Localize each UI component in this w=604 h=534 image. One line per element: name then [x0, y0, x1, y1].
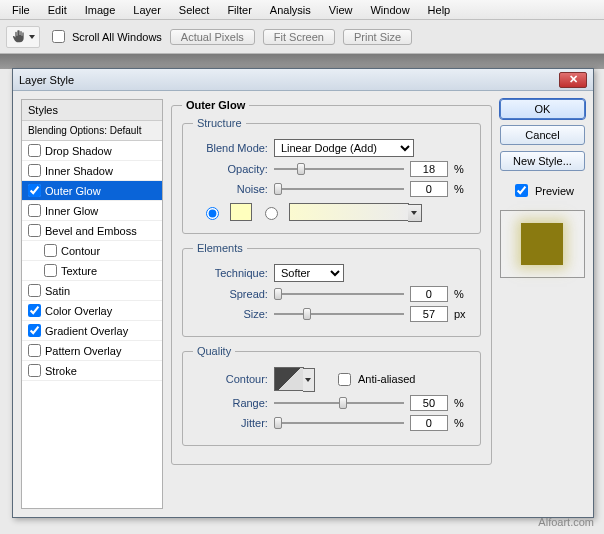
size-slider[interactable] — [274, 307, 404, 321]
dialog-titlebar[interactable]: Layer Style ✕ — [13, 69, 593, 91]
range-value[interactable]: 50 — [410, 395, 448, 411]
blend-mode-label: Blend Mode: — [193, 142, 268, 154]
size-unit: px — [454, 308, 470, 320]
style-item-label: Drop Shadow — [45, 145, 112, 157]
style-item-outer-glow[interactable]: Outer Glow — [22, 181, 162, 201]
style-checkbox[interactable] — [28, 344, 41, 357]
style-item-inner-shadow[interactable]: Inner Shadow — [22, 161, 162, 181]
style-checkbox[interactable] — [28, 224, 41, 237]
menu-layer[interactable]: Layer — [125, 2, 169, 18]
blend-mode-select[interactable]: Linear Dodge (Add) — [274, 139, 414, 157]
hand-tool[interactable] — [6, 26, 40, 48]
structure-legend: Structure — [193, 117, 246, 129]
style-item-label: Contour — [61, 245, 100, 257]
menu-analysis[interactable]: Analysis — [262, 2, 319, 18]
style-item-pattern-overlay[interactable]: Pattern Overlay — [22, 341, 162, 361]
effect-settings-panel: Outer Glow Structure Blend Mode: Linear … — [171, 99, 492, 509]
technique-label: Technique: — [193, 267, 268, 279]
style-item-drop-shadow[interactable]: Drop Shadow — [22, 141, 162, 161]
style-checkbox[interactable] — [28, 144, 41, 157]
technique-select[interactable]: Softer — [274, 264, 344, 282]
jitter-slider[interactable] — [274, 416, 404, 430]
opacity-value[interactable]: 18 — [410, 161, 448, 177]
style-checkbox[interactable] — [44, 264, 57, 277]
style-checkbox[interactable] — [28, 284, 41, 297]
style-item-satin[interactable]: Satin — [22, 281, 162, 301]
style-item-label: Color Overlay — [45, 305, 112, 317]
scroll-all-windows-checkbox[interactable]: Scroll All Windows — [48, 27, 162, 46]
close-button[interactable]: ✕ — [559, 72, 587, 88]
anti-aliased-checkbox[interactable]: Anti-aliased — [334, 370, 415, 389]
style-checkbox[interactable] — [28, 324, 41, 337]
close-icon: ✕ — [569, 73, 578, 86]
menu-help[interactable]: Help — [420, 2, 459, 18]
style-item-stroke[interactable]: Stroke — [22, 361, 162, 381]
noise-value[interactable]: 0 — [410, 181, 448, 197]
style-item-contour[interactable]: Contour — [22, 241, 162, 261]
style-checkbox[interactable] — [28, 184, 41, 197]
style-item-label: Satin — [45, 285, 70, 297]
noise-slider[interactable] — [274, 182, 404, 196]
opacity-unit: % — [454, 163, 470, 175]
style-checkbox[interactable] — [28, 164, 41, 177]
ok-button[interactable]: OK — [500, 99, 585, 119]
style-item-color-overlay[interactable]: Color Overlay — [22, 301, 162, 321]
print-size-button[interactable]: Print Size — [343, 29, 412, 45]
preview-cb[interactable] — [515, 184, 528, 197]
menu-window[interactable]: Window — [362, 2, 417, 18]
elements-legend: Elements — [193, 242, 247, 254]
jitter-value[interactable]: 0 — [410, 415, 448, 431]
style-item-label: Texture — [61, 265, 97, 277]
options-bar: Scroll All Windows Actual Pixels Fit Scr… — [0, 20, 604, 54]
range-slider[interactable] — [274, 396, 404, 410]
preview-label: Preview — [535, 185, 574, 197]
scroll-all-checkbox[interactable] — [52, 30, 65, 43]
menu-file[interactable]: File — [4, 2, 38, 18]
menubar: File Edit Image Layer Select Filter Anal… — [0, 0, 604, 20]
glow-color-swatch[interactable] — [230, 203, 252, 221]
dialog-actions: OK Cancel New Style... Preview — [500, 99, 585, 509]
spread-value[interactable]: 0 — [410, 286, 448, 302]
menu-select[interactable]: Select — [171, 2, 218, 18]
glow-gradient-bar[interactable] — [289, 203, 409, 221]
styles-header[interactable]: Styles — [22, 100, 162, 121]
range-label: Range: — [193, 397, 268, 409]
menu-filter[interactable]: Filter — [219, 2, 259, 18]
hand-icon — [11, 29, 27, 45]
style-checkbox[interactable] — [44, 244, 57, 257]
fit-screen-button[interactable]: Fit Screen — [263, 29, 335, 45]
style-item-label: Bevel and Emboss — [45, 225, 137, 237]
preview-checkbox[interactable]: Preview — [500, 181, 585, 200]
size-value[interactable]: 57 — [410, 306, 448, 322]
chevron-down-icon — [305, 378, 311, 382]
style-checkbox[interactable] — [28, 204, 41, 217]
quality-group: Quality Contour: Anti-aliased — [182, 345, 481, 446]
style-item-bevel-and-emboss[interactable]: Bevel and Emboss — [22, 221, 162, 241]
cancel-button[interactable]: Cancel — [500, 125, 585, 145]
style-item-texture[interactable]: Texture — [22, 261, 162, 281]
style-item-inner-glow[interactable]: Inner Glow — [22, 201, 162, 221]
style-item-label: Stroke — [45, 365, 77, 377]
glow-gradient-radio[interactable] — [265, 207, 278, 220]
contour-label: Contour: — [193, 373, 268, 385]
new-style-button[interactable]: New Style... — [500, 151, 585, 171]
opacity-slider[interactable] — [274, 162, 404, 176]
menu-edit[interactable]: Edit — [40, 2, 75, 18]
gradient-dropdown[interactable] — [408, 204, 422, 222]
jitter-label: Jitter: — [193, 417, 268, 429]
style-checkbox[interactable] — [28, 364, 41, 377]
contour-dropdown[interactable] — [303, 368, 315, 392]
glow-color-radio[interactable] — [206, 207, 219, 220]
actual-pixels-button[interactable]: Actual Pixels — [170, 29, 255, 45]
aa-checkbox[interactable] — [338, 373, 351, 386]
spread-slider[interactable] — [274, 287, 404, 301]
blending-options-item[interactable]: Blending Options: Default — [22, 121, 162, 141]
noise-label: Noise: — [193, 183, 268, 195]
contour-picker[interactable] — [274, 367, 304, 391]
style-item-label: Outer Glow — [45, 185, 101, 197]
menu-view[interactable]: View — [321, 2, 361, 18]
menu-image[interactable]: Image — [77, 2, 124, 18]
style-checkbox[interactable] — [28, 304, 41, 317]
panel-title: Outer Glow — [182, 99, 249, 111]
style-item-gradient-overlay[interactable]: Gradient Overlay — [22, 321, 162, 341]
